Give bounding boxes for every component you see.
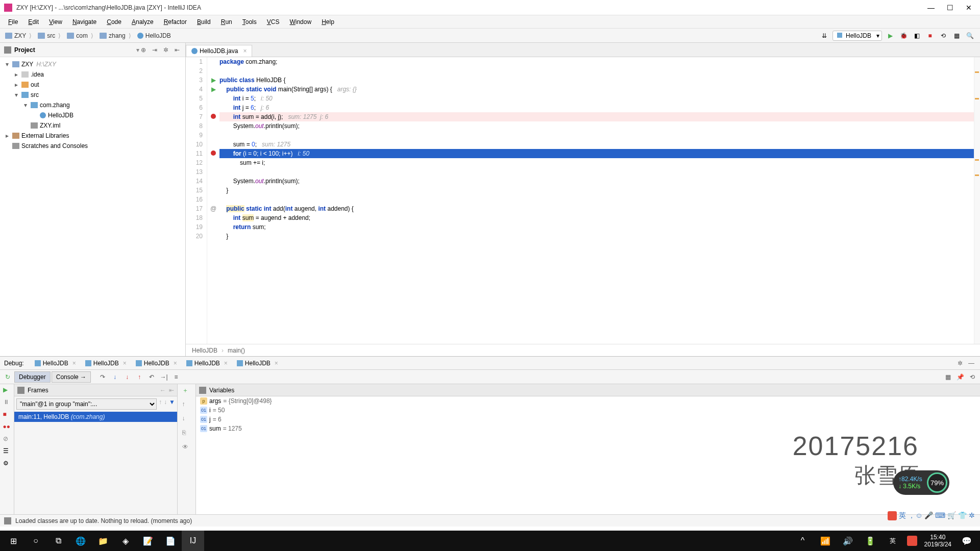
frames-hide-icon[interactable]: ⇤ xyxy=(169,387,174,394)
code-line-2[interactable] xyxy=(219,66,980,76)
code-line-11[interactable]: for (i = 0; i < 100; i++) i: 50 xyxy=(219,149,980,158)
intellij-task-icon[interactable]: IJ xyxy=(182,531,204,551)
taskview-icon[interactable]: ⧉ xyxy=(47,531,69,551)
wifi-icon[interactable]: 📶 xyxy=(814,531,837,551)
thread-select[interactable]: "main"@1 in group "main":... xyxy=(16,398,157,410)
editor-tab[interactable]: HelloJDB.java × xyxy=(186,45,252,57)
close-tab-icon[interactable]: × xyxy=(243,47,247,55)
new-watch-icon[interactable]: ＋ xyxy=(182,386,191,395)
restore-icon[interactable]: ⟲ xyxy=(967,371,978,383)
debugger-subtab[interactable]: Debugger xyxy=(14,371,51,383)
evaluate-icon[interactable]: ≡ xyxy=(170,371,182,383)
crumb-hellojdb[interactable]: HelloJDB xyxy=(134,31,177,40)
nav-down-icon[interactable]: ↓ xyxy=(182,415,191,424)
tree-hellojdb[interactable]: HelloJDB xyxy=(0,110,185,120)
settings-dbg-icon[interactable]: ⚙ xyxy=(3,460,11,468)
menu-build[interactable]: Build xyxy=(193,17,215,27)
code-line-7[interactable]: int sum = add(i, j); sum: 1275 j: 6 xyxy=(219,112,980,121)
settings-icon[interactable]: ✲ xyxy=(162,46,170,54)
code-line-19[interactable]: return sum; xyxy=(219,222,980,232)
crumb-com[interactable]: com xyxy=(64,31,96,40)
debug-session-tab-3[interactable]: HelloJDB× xyxy=(182,358,232,369)
thread-filter-icon[interactable]: ▼ xyxy=(169,398,175,410)
run-to-cursor-icon[interactable]: →| xyxy=(158,371,169,383)
menu-file[interactable]: File xyxy=(4,17,22,27)
ime-icon[interactable] xyxy=(907,536,917,546)
tree-external-libraries[interactable]: ▸External Libraries xyxy=(0,131,185,141)
app-icon-2[interactable]: 📝 xyxy=(137,531,159,551)
var-args[interactable]: pargs = {String[0]@498} xyxy=(196,396,980,406)
code-line-3[interactable]: public class HelloJDB { xyxy=(219,76,980,85)
frames-prev-icon[interactable]: ← xyxy=(160,387,166,394)
tree-zxy[interactable]: ▾ZXYH:\ZXY xyxy=(0,59,185,69)
taskbar-clock[interactable]: 15:40 2019/3/24 xyxy=(920,534,955,548)
close-button[interactable]: ✕ xyxy=(966,4,972,12)
debug-session-tab-2[interactable]: HelloJDB× xyxy=(131,358,182,369)
code-line-14[interactable]: System.out.println(sum); xyxy=(219,177,980,186)
chrome-icon[interactable]: 🌐 xyxy=(69,531,92,551)
project-tree[interactable]: ▾ZXYH:\ZXY▸.idea▸out▾src▾com.zhangHelloJ… xyxy=(0,57,185,153)
pause-button[interactable]: ⏸ xyxy=(3,398,11,407)
coverage-button[interactable]: ◧ xyxy=(912,31,922,41)
tree-out[interactable]: ▸out xyxy=(0,80,185,90)
debug-session-tab-4[interactable]: HelloJDB× xyxy=(232,358,283,369)
stack-frame[interactable]: main:11, HelloJDB (com.zhang) xyxy=(14,412,177,422)
code-line-13[interactable] xyxy=(219,167,980,177)
ime-lang-icon[interactable]: 英 xyxy=(881,531,904,551)
menu-navigate[interactable]: Navigate xyxy=(68,17,101,27)
resume-button[interactable]: ▶ xyxy=(3,386,11,394)
hide-icon[interactable]: ⇤ xyxy=(173,46,181,54)
copy-icon[interactable]: ⎘ xyxy=(182,429,191,438)
code-line-9[interactable] xyxy=(219,131,980,140)
debug-button[interactable]: 🐞 xyxy=(898,31,909,41)
code-line-1[interactable]: package com.zhang; xyxy=(219,57,980,66)
watch-icon[interactable]: 👁 xyxy=(182,443,191,453)
code-line-10[interactable]: sum = 0; sum: 1275 xyxy=(219,140,980,149)
debug-hide-icon[interactable]: — xyxy=(967,359,976,368)
thread-down-icon[interactable]: ↓ xyxy=(164,398,167,410)
maximize-button[interactable]: ☐ xyxy=(947,4,953,12)
menu-run[interactable]: Run xyxy=(217,17,236,27)
search-button[interactable]: 🔍 xyxy=(965,31,975,41)
drop-frame-icon[interactable]: ↶ xyxy=(146,371,157,383)
code-line-6[interactable]: int j = 6; j: 6 xyxy=(219,103,980,112)
build-icon[interactable]: ⇊ xyxy=(819,31,829,41)
error-stripe[interactable] xyxy=(974,57,980,344)
layout-icon[interactable]: ▦ xyxy=(942,371,953,383)
menu-refactor[interactable]: Refactor xyxy=(160,17,191,27)
volume-icon[interactable]: 🔊 xyxy=(837,531,859,551)
menu-analyze[interactable]: Analyze xyxy=(128,17,158,27)
mute-breakpoints-icon[interactable]: ⊘ xyxy=(3,435,11,443)
menu-view[interactable]: View xyxy=(45,17,66,27)
tray-expand-icon[interactable]: ^ xyxy=(792,531,814,551)
nav-up-icon[interactable]: ↑ xyxy=(182,400,191,410)
debug-session-tab-0[interactable]: HelloJDB× xyxy=(30,358,81,369)
step-over-icon[interactable]: ↷ xyxy=(97,371,108,383)
step-into-icon[interactable]: ↓ xyxy=(109,371,120,383)
code-line-4[interactable]: public static void main(String[] args) {… xyxy=(219,85,980,94)
var-i[interactable]: 01i = 50 xyxy=(196,406,980,415)
menu-tools[interactable]: Tools xyxy=(238,17,261,27)
code-line-8[interactable]: System.out.println(sum); xyxy=(219,121,980,131)
collapse-icon[interactable]: ⇥ xyxy=(151,46,159,54)
view-breakpoints-icon[interactable]: ●● xyxy=(3,423,11,431)
thread-dump-icon[interactable]: ☰ xyxy=(3,447,11,456)
code-line-17[interactable]: public static int add(int augend, int ad… xyxy=(219,204,980,213)
tree-zxy-iml[interactable]: ZXY.iml xyxy=(0,120,185,131)
battery-icon[interactable]: 🔋 xyxy=(859,531,881,551)
code-line-16[interactable] xyxy=(219,195,980,204)
start-button[interactable]: ⊞ xyxy=(2,531,24,551)
tree-src[interactable]: ▾src xyxy=(0,90,185,100)
explorer-icon[interactable]: 📁 xyxy=(92,531,114,551)
tree--idea[interactable]: ▸.idea xyxy=(0,69,185,80)
update-button[interactable]: ⟲ xyxy=(938,31,948,41)
menu-vcs[interactable]: VCS xyxy=(263,17,284,27)
code-line-12[interactable]: sum += i; xyxy=(219,158,980,167)
tree-com-zhang[interactable]: ▾com.zhang xyxy=(0,100,185,110)
crumb-zxy[interactable]: ZXY xyxy=(2,31,35,40)
debug-settings-icon[interactable]: ✲ xyxy=(955,359,965,368)
force-step-into-icon[interactable]: ↓ xyxy=(121,371,133,383)
minimize-button[interactable]: — xyxy=(927,4,935,12)
menu-code[interactable]: Code xyxy=(103,17,126,27)
run-config-select[interactable]: HelloJDB xyxy=(832,31,882,41)
